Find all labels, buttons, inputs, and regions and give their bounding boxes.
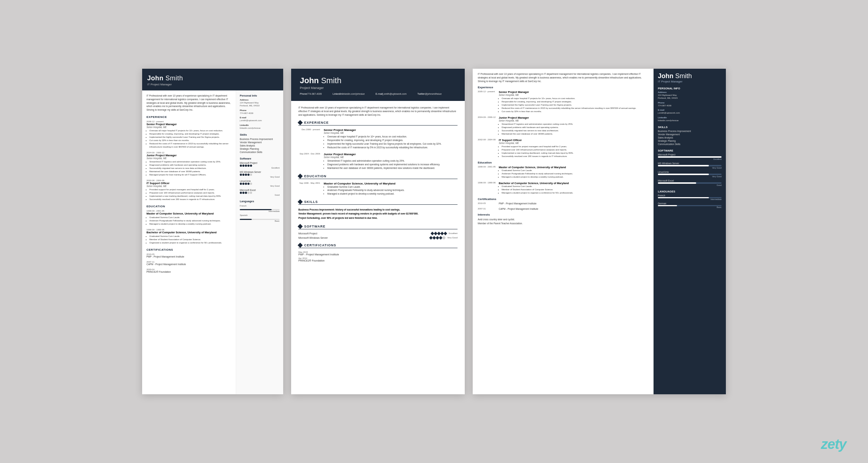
resume2-skills-title: SKILLS (298, 200, 458, 205)
resume1-lang-0: French Intermediate (240, 204, 280, 212)
resume1-cert-1: 2007-11 CAPM - Project Management Instit… (146, 261, 231, 266)
resume1-sw-0: Microsoft Project Excellent (240, 162, 280, 169)
resume3-sw-0: Microsoft Project Excellent (658, 153, 722, 160)
resume-card-1: John Smith IT Project Manager IT Profess… (142, 69, 283, 394)
resume1-summary: IT Professional with over 10 years of ex… (146, 94, 231, 112)
page-wrapper: John Smith IT Project Manager IT Profess… (0, 0, 868, 463)
resume3-cert-1: 2007-31 CAPM - Project Management Instit… (478, 208, 648, 210)
resume1-main: IT Professional with over 10 years of ex… (142, 90, 236, 394)
resume3-name: John Smith (658, 72, 722, 80)
resume1-certs-title: Certifications (146, 248, 231, 251)
resume1-education-title: Education (146, 205, 231, 208)
resume1-lang-1: Spanish Basic (240, 214, 280, 222)
resume2-experience-title: EXPERIENCE (298, 121, 458, 126)
resume2-sw-0: Microsoft Project Excellent (298, 232, 458, 235)
resume1-sw-1: MS Windows Server Very Good (240, 171, 280, 178)
resume3-cert-0: 2010-05 PMP - Project Management Institu… (478, 202, 648, 205)
resume2-education-title: EDUCATION (298, 174, 458, 179)
resume3-sw-1: MS Windows Server Very Good (658, 162, 722, 169)
resume2-sw-1: Microsoft Windows Server Very Good (298, 237, 458, 239)
resume3-exp-0: 2005-12 - present Senior Project Manager… (478, 90, 648, 113)
resume3-sidebar: John Smith IT Project Manager Personal I… (654, 69, 726, 394)
resume2-skills: Business Process Improvement- history of… (298, 208, 458, 220)
resume3-edu-0: 1999-09 - 2001-05 Master of Computer Sci… (478, 166, 648, 179)
resume2-header: John Smith Project Manager Phone774-987-… (291, 69, 465, 101)
resume1-edu-0: 1999-09 - 2001-05 Master of Computer Sci… (146, 210, 231, 226)
resume2-certs-title: CERTIFICATIONS (298, 243, 458, 248)
resume3-edu-1: 1996-09 - 1999-06 Bachelor of Computer S… (478, 182, 648, 195)
resume1-exp-1: 2004-09 - 2006-12 Junior Project Manager… (146, 152, 231, 177)
resume1-name: John Smith (147, 75, 278, 82)
resume1-experience-title: Experience (146, 115, 231, 119)
resume2-body: IT Professional with over 10 years of ex… (291, 101, 465, 268)
resume1-exp-0: 2006-12 - present Senior Project Manager… (146, 120, 231, 149)
resume3-exp-2: 2002-08 - 2004-09 IT Support Officer Set… (478, 139, 648, 158)
resume3-sw-3: Microsoft Excel Good (658, 179, 722, 186)
resume1-header: John Smith IT Project Manager (142, 69, 283, 90)
resume1-cert-2: 2003-04 PRINCE2® Foundation (146, 268, 231, 273)
resume1-sw-3: Microsoft Excel Good (240, 189, 280, 196)
resume2-name: John Smith (300, 76, 456, 85)
resume3-sw-2: Linux/Unix Very Good (658, 171, 722, 178)
resume3-lang-1: German Basic (658, 202, 722, 208)
zety-watermark: zety (821, 437, 846, 452)
resume2-software-title: SOFTWARE (298, 225, 458, 229)
resume3-exp-1: 2004-09 - 2006-12 Junior Project Manager… (478, 116, 648, 136)
resume3-lang-0: French Intermediate (658, 194, 722, 200)
resume2-exp-0: Dec 2006 - present Senior Project Manage… (298, 128, 458, 149)
resume1-edu-1: 1996-09 - 1999-06 Bachelor of Computer S… (146, 229, 231, 245)
resume1-sidebar: Personal Info Address 134 Rightward Way … (236, 90, 283, 394)
resume2-cert-1: Apr 2014 PRINCE2® Foundation (298, 257, 458, 262)
resume2-contact: Phone774-987-4009 LinkedInlinkedin.com/j… (300, 93, 456, 95)
resume1-body: IT Professional with over 10 years of ex… (142, 90, 283, 394)
resume3-main: IT Professional with over 10 years of ex… (473, 69, 654, 394)
resume1-exp-2: 2002-08 - 2004-09 IT Support Officer Set… (146, 179, 231, 201)
resume1-title: IT Project Manager (147, 83, 278, 86)
resume-card-2: John Smith Project Manager Phone774-987-… (291, 69, 465, 394)
resume1-sw-2: Linux/Unix Very Good (240, 180, 280, 187)
resume2-edu-0: Sep 1996 - May 2001 Master of Computer S… (298, 182, 458, 196)
resume2-cert-0: May 2015 PMP - Project Management Instit… (298, 251, 458, 256)
resume1-cert-0: 2010-05 PMP - Project Management Institu… (146, 253, 231, 258)
resume2-exp-1: Sep 2004 - Dec 2006 Junior Project Manag… (298, 153, 458, 170)
resume-card-3: IT Professional with over 10 years of ex… (473, 69, 726, 394)
